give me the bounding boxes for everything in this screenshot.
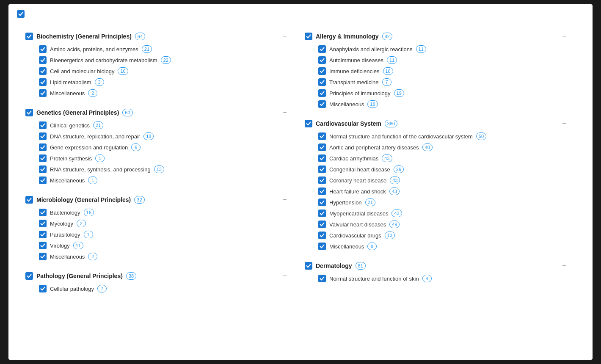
collapse-btn-biochemistry[interactable]: − <box>282 33 288 39</box>
header-checkbox[interactable] <box>17 10 25 18</box>
checkbox[interactable] <box>39 67 47 75</box>
checkbox[interactable] <box>318 100 326 108</box>
checkbox[interactable] <box>318 188 326 195</box>
section-biochemistry: Biochemistry (General Principles) 64 − A… <box>25 33 296 99</box>
checkbox[interactable] <box>39 78 47 86</box>
checkbox[interactable] <box>39 56 47 64</box>
sub-item: Miscellaneous 9 <box>318 241 576 252</box>
checkbox[interactable] <box>318 67 326 75</box>
sub-item: Congenital heart disease 26 <box>318 164 576 175</box>
section-genetics: Genetics (General Principles) 60 − Clini… <box>25 109 296 186</box>
sub-item: Immune deficiencies 16 <box>318 66 576 77</box>
sub-item-label: Lipid metabolism <box>50 79 91 85</box>
collapse-btn-dermatology[interactable]: − <box>561 263 567 269</box>
sub-item-badge: 19 <box>394 89 404 97</box>
sub-item-label: Cellular pathology <box>50 286 94 292</box>
sub-item-label: Cardiac arrhythmias <box>329 155 378 162</box>
checkbox[interactable] <box>318 143 326 151</box>
checkbox[interactable] <box>39 121 47 129</box>
sub-item: Myopericardial diseases 43 <box>318 208 576 219</box>
sub-item-badge: 16 <box>383 67 393 75</box>
sub-item-badge: 11 <box>416 45 426 53</box>
checkbox[interactable] <box>39 242 47 249</box>
sub-item-label: Hypertension <box>329 199 362 206</box>
checkbox[interactable] <box>318 199 326 206</box>
section-label-dermatology: Dermatology <box>316 262 352 269</box>
section-badge-microbiology: 32 <box>134 196 144 204</box>
sub-item-label: Clinical genetics <box>50 122 90 129</box>
sub-item: Miscellaneous 18 <box>318 99 576 110</box>
sub-item: Anaphylaxis and allergic reactions 11 <box>318 44 576 55</box>
collapse-btn-pathology[interactable]: − <box>282 273 288 279</box>
sub-item-label: Myopericardial diseases <box>329 210 388 217</box>
sub-item-badge: 3 <box>95 78 104 86</box>
sub-items-dermatology: Normal structure and function of skin 4 <box>305 273 576 284</box>
sub-item: Transplant medicine 7 <box>318 77 576 88</box>
checkbox[interactable] <box>318 89 326 97</box>
collapse-btn-allergy[interactable]: − <box>561 33 567 39</box>
checkbox[interactable] <box>318 221 326 228</box>
sub-item: Gene expression and regulation 6 <box>39 142 296 153</box>
checkbox[interactable] <box>39 285 47 292</box>
sub-item-label: Cell and molecular biology <box>50 68 114 74</box>
checkbox[interactable] <box>318 45 326 53</box>
sub-item-badge: 49 <box>389 221 400 228</box>
checkbox[interactable] <box>39 231 47 238</box>
checkbox[interactable] <box>318 132 326 140</box>
sub-item-badge: 1 <box>95 154 105 162</box>
sub-item-badge: 1 <box>88 176 97 184</box>
checkbox[interactable] <box>39 176 47 184</box>
checkbox[interactable] <box>318 78 326 86</box>
sub-item-label: Amino acids, proteins, and enzymes <box>50 46 138 52</box>
checkbox[interactable] <box>318 165 326 173</box>
sub-item-label: Miscellaneous <box>329 243 364 250</box>
sub-items-microbiology: Bacteriology 16 Mycology 2 Parasitology … <box>25 207 296 262</box>
checkbox[interactable] <box>39 132 47 140</box>
section-dermatology: Dermatology 81 − Normal structure and fu… <box>305 262 576 284</box>
collapse-btn-cardiovascular[interactable]: − <box>561 121 567 127</box>
section-badge-dermatology: 81 <box>356 262 366 270</box>
checkbox[interactable] <box>318 176 326 184</box>
sub-item: Valvular heart diseases 49 <box>318 219 576 230</box>
checkbox[interactable] <box>39 89 47 97</box>
collapse-btn-genetics[interactable]: − <box>282 110 288 116</box>
sub-item: Miscellaneous 1 <box>39 175 296 186</box>
checkbox[interactable] <box>305 262 312 270</box>
checkbox[interactable] <box>39 143 47 151</box>
checkbox[interactable] <box>318 243 326 250</box>
section-label-genetics: Genetics (General Principles) <box>36 109 119 116</box>
sub-item: Cardiovascular drugs 13 <box>318 230 576 241</box>
checkbox[interactable] <box>39 154 47 162</box>
sub-item: Bacteriology 16 <box>39 207 296 218</box>
sub-item: Coronary heart disease 43 <box>318 175 576 186</box>
sub-item-badge: 11 <box>387 56 397 64</box>
checkbox[interactable] <box>305 120 312 127</box>
checkbox[interactable] <box>25 109 33 116</box>
sub-item: Clinical genetics 21 <box>39 120 296 131</box>
checkbox[interactable] <box>318 232 326 239</box>
checkbox[interactable] <box>39 209 47 216</box>
checkbox[interactable] <box>318 154 326 162</box>
checkbox[interactable] <box>318 210 326 217</box>
section-badge-cardiovascular: 380 <box>385 120 397 127</box>
checkbox[interactable] <box>39 45 47 53</box>
collapse-btn-microbiology[interactable]: − <box>282 197 288 203</box>
sub-item: RNA structure, synthesis, and processing… <box>39 164 296 175</box>
checkbox[interactable] <box>39 220 47 227</box>
checkbox[interactable] <box>25 272 33 280</box>
sub-item-badge: 1 <box>84 231 93 238</box>
checkbox[interactable] <box>318 56 326 64</box>
section-badge-genetics: 60 <box>122 109 132 116</box>
sub-item-badge: 9 <box>367 243 377 250</box>
checkbox[interactable] <box>25 196 33 204</box>
main-panel: Biochemistry (General Principles) 64 − A… <box>8 4 593 360</box>
sub-item: Cardiac arrhythmias 43 <box>318 153 576 164</box>
checkbox[interactable] <box>39 165 47 173</box>
checkbox[interactable] <box>25 33 33 40</box>
checkbox[interactable] <box>305 33 312 40</box>
sub-item-badge: 7 <box>97 285 107 292</box>
checkbox[interactable] <box>39 253 47 260</box>
section-badge-biochemistry: 64 <box>135 33 145 40</box>
sub-item-label: Parasitology <box>50 232 80 238</box>
checkbox[interactable] <box>318 275 326 282</box>
